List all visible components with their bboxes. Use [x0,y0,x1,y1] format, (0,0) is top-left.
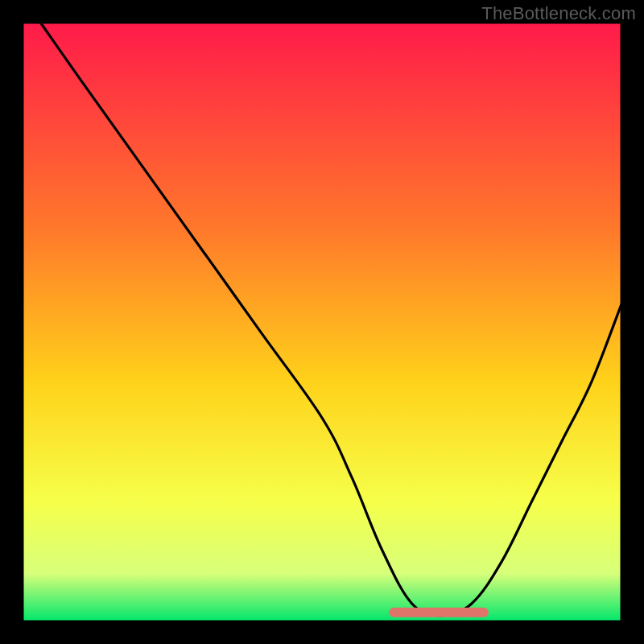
watermark-text: TheBottleneck.com [481,3,636,24]
bottleneck-chart [0,0,644,644]
chart-frame: TheBottleneck.com [0,0,644,644]
plot-gradient [23,23,621,621]
